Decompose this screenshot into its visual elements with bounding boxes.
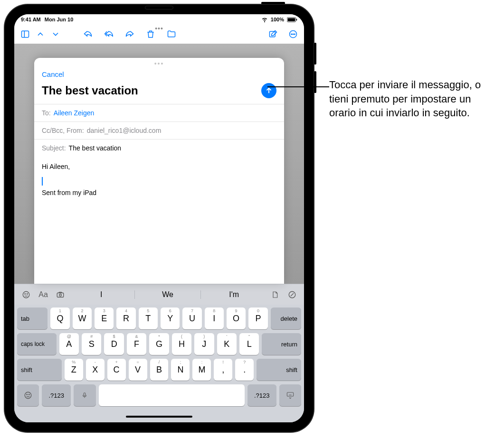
trash-icon[interactable] [145, 29, 156, 39]
ccbcc-label: Cc/Bcc, From: [42, 127, 84, 134]
callout-leader-line [267, 86, 329, 87]
status-bar: 9:41 AM Mon Jun 10 100% [14, 14, 304, 25]
prediction-word[interactable]: I'm [201, 290, 267, 299]
key-C[interactable]: +C [107, 359, 126, 381]
key-D[interactable]: $D [104, 333, 124, 355]
svg-point-17 [25, 392, 31, 399]
onscreen-keyboard: Aa I We I'm [14, 284, 304, 422]
svg-point-15 [59, 294, 62, 296]
callout-text: Tocca per inviare il messaggio, o tieni … [329, 78, 499, 120]
keyboard-rows: tab 1Q2W3E4R5T6Y7U8I9O0Pdelete caps lock… [14, 305, 304, 413]
compose-icon[interactable] [268, 29, 278, 39]
svg-rect-3 [22, 31, 29, 37]
device-power-button [261, 2, 285, 4]
key-G[interactable]: *G [149, 333, 169, 355]
numeric-key[interactable]: .?123 [247, 384, 276, 406]
svg-point-12 [25, 293, 26, 294]
to-field[interactable]: To: Aileen Zeigen [34, 104, 284, 121]
text-format-icon[interactable]: Aa [38, 289, 48, 300]
key-Z[interactable]: %Z [65, 359, 83, 381]
subject-label: Subject: [42, 144, 66, 152]
compose-title: The best vacation [42, 84, 261, 97]
handwriting-icon[interactable] [287, 289, 297, 300]
key-O[interactable]: 9O [227, 308, 246, 329]
ccbcc-from-field[interactable]: Cc/Bcc, From: daniel_rico1@icloud.com [34, 121, 284, 139]
send-button[interactable] [261, 83, 276, 98]
home-indicator[interactable] [126, 416, 192, 418]
svg-rect-21 [287, 392, 293, 396]
cancel-button[interactable]: Cancel [42, 70, 64, 78]
sheet-grab-indicator[interactable]: ••• [34, 58, 284, 68]
emoji-key[interactable] [17, 384, 39, 406]
move-folder-icon[interactable] [166, 29, 177, 39]
key-V[interactable]: =V [129, 359, 147, 381]
svg-point-8 [293, 34, 294, 35]
key-E[interactable]: 3E [95, 308, 114, 329]
key-K[interactable]: 'K [217, 333, 237, 355]
chevron-down-icon[interactable] [50, 29, 61, 39]
key-F[interactable]: &F [127, 333, 146, 355]
to-recipient[interactable]: Aileen Zeigen [54, 109, 95, 117]
svg-rect-14 [57, 293, 64, 297]
key-Q[interactable]: 1Q [50, 308, 69, 329]
key-X[interactable]: -X [86, 359, 105, 381]
numeric-key[interactable]: .?123 [42, 384, 71, 406]
status-time: 9:41 AM [21, 17, 41, 22]
key-P[interactable]: 0P [248, 308, 267, 329]
more-ellipsis-icon[interactable] [288, 29, 298, 39]
key-S[interactable]: #S [82, 333, 101, 355]
multitask-ellipsis-icon[interactable]: ••• [155, 25, 163, 32]
key-T[interactable]: 5T [139, 308, 158, 329]
text-cursor [42, 177, 43, 186]
svg-point-7 [291, 34, 292, 35]
battery-icon [287, 17, 297, 22]
shift-key[interactable]: shift [17, 359, 62, 381]
svg-rect-1 [288, 18, 295, 21]
return-key[interactable]: return [262, 333, 301, 355]
wifi-icon [261, 16, 268, 23]
hide-keyboard-key[interactable] [279, 384, 301, 406]
key-U[interactable]: 7U [182, 308, 201, 329]
key-H[interactable]: (H [172, 333, 191, 355]
status-date: Mon Jun 10 [45, 17, 74, 22]
reply-icon[interactable] [83, 29, 93, 39]
reply-all-icon[interactable] [104, 29, 114, 39]
prediction-bar: Aa I We I'm [14, 284, 304, 305]
dictation-key[interactable] [74, 384, 95, 406]
key-A[interactable]: @A [59, 333, 79, 355]
subject-field[interactable]: Subject: The best vacation [34, 139, 284, 157]
chevron-up-icon[interactable] [35, 29, 46, 39]
sticker-icon[interactable] [21, 289, 31, 300]
message-body[interactable]: Hi Aileen, Sent from my iPad [34, 157, 284, 284]
key-R[interactable]: 4R [116, 308, 135, 329]
document-icon[interactable] [270, 289, 280, 300]
device-volume-buttons [314, 43, 316, 100]
key-L[interactable]: "L [239, 333, 259, 355]
camera-scan-icon[interactable] [55, 289, 66, 300]
key-.[interactable]: ?. [235, 359, 254, 381]
key-N[interactable]: ;N [171, 359, 190, 381]
ipad-device-frame: 9:41 AM Mon Jun 10 100% ••• [5, 5, 314, 432]
key-I[interactable]: 8I [205, 308, 224, 329]
sidebar-toggle-icon[interactable] [20, 29, 30, 39]
ipad-screen: 9:41 AM Mon Jun 10 100% ••• [14, 14, 304, 422]
space-key[interactable] [99, 384, 245, 406]
key-W[interactable]: 2W [73, 308, 92, 329]
to-label: To: [42, 109, 51, 117]
dimmed-background: ••• Cancel The best vacation To: Aileen … [14, 44, 304, 284]
key-,[interactable]: !, [214, 359, 232, 381]
forward-icon[interactable] [124, 29, 135, 39]
prediction-word[interactable]: We [135, 290, 201, 299]
key-B[interactable]: /B [150, 359, 169, 381]
key-M[interactable]: :M [192, 359, 211, 381]
subject-value: The best vacation [69, 144, 122, 152]
prediction-word[interactable]: I [68, 290, 135, 299]
shift-key[interactable]: shift [257, 359, 301, 381]
svg-point-11 [23, 291, 29, 298]
key-J[interactable]: )J [194, 333, 214, 355]
key-Y[interactable]: 6Y [161, 308, 180, 329]
capslock-key[interactable]: caps lock [17, 333, 57, 355]
tab-key[interactable]: tab [17, 308, 48, 329]
delete-key[interactable]: delete [271, 308, 301, 329]
body-greeting: Hi Aileen, [42, 161, 276, 172]
